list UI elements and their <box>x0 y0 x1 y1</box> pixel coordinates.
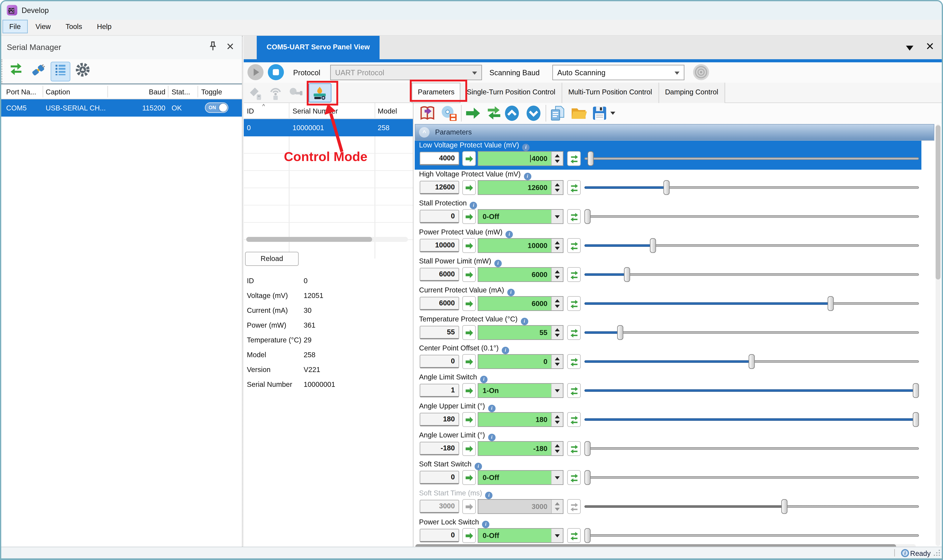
param-current-value[interactable]: 0 <box>420 355 459 368</box>
reload-button[interactable]: Reload <box>245 252 299 266</box>
param-target-spinbox[interactable]: 6000 <box>478 267 563 282</box>
spin-up-icon[interactable] <box>555 328 560 331</box>
spin-up-icon[interactable] <box>555 299 560 302</box>
connect-plug-button[interactable] <box>28 62 48 82</box>
param-target-spinbox[interactable]: 12600 <box>478 180 563 195</box>
apply-arrow-button[interactable] <box>462 470 476 485</box>
dropdown-arrow-icon[interactable] <box>551 384 563 397</box>
param-current-value[interactable]: 4000 <box>420 152 459 165</box>
spin-down-icon[interactable] <box>555 450 560 453</box>
param-current-value[interactable]: 0 <box>420 210 459 223</box>
tab-com5-uart-servo-panel-view[interactable]: COM5-UART Servo Panel View <box>257 36 380 59</box>
apply-arrow-button[interactable] <box>462 151 476 166</box>
spin-down-icon[interactable] <box>555 508 560 511</box>
save-file-icon[interactable] <box>591 105 608 122</box>
slider-track[interactable] <box>585 447 919 450</box>
sync-button[interactable] <box>567 441 581 456</box>
panel-splitter[interactable] <box>242 36 244 547</box>
apply-arrow-button[interactable] <box>462 499 476 514</box>
param-current-value[interactable]: 12600 <box>420 181 459 194</box>
tab-damping-control[interactable]: Damping Control <box>659 83 725 103</box>
param-target-spinbox[interactable]: 180 <box>478 412 563 427</box>
param-current-value[interactable]: 10000 <box>420 239 459 252</box>
col-toggle[interactable]: Toggle <box>201 88 238 95</box>
spin-up-icon[interactable] <box>555 357 560 360</box>
stop-button[interactable] <box>268 64 284 80</box>
slider-track[interactable] <box>585 331 919 334</box>
resize-grip[interactable] <box>933 550 940 557</box>
param-slider[interactable] <box>585 470 919 485</box>
settings-gear-button[interactable] <box>73 62 92 82</box>
info-icon[interactable]: i <box>485 492 493 499</box>
param-current-value[interactable]: -180 <box>420 442 459 455</box>
spin-up-icon[interactable] <box>555 241 560 244</box>
param-target-select[interactable]: 1-On <box>478 383 563 398</box>
param-current-value[interactable]: 3000 <box>420 500 459 513</box>
serial-manager-close-icon[interactable]: ✕ <box>223 40 237 54</box>
play-button[interactable] <box>248 64 263 80</box>
param-slider[interactable] <box>585 296 919 311</box>
collapse-chevron-icon[interactable]: ^ <box>419 127 429 138</box>
info-icon[interactable]: i <box>475 463 482 470</box>
parameters-vertical-scrollbar[interactable] <box>935 124 940 546</box>
param-slider[interactable] <box>585 383 919 398</box>
apply-arrow-button[interactable] <box>462 238 476 253</box>
sync-button[interactable] <box>567 209 581 224</box>
col-status[interactable]: Stat... <box>172 88 196 95</box>
spin-down-icon[interactable] <box>555 247 560 250</box>
spin-buttons[interactable] <box>551 239 563 252</box>
param-slider[interactable] <box>585 151 919 166</box>
info-icon[interactable]: i <box>488 405 495 412</box>
refresh-ports-button[interactable] <box>6 62 26 82</box>
servo-col-model[interactable]: Model <box>378 107 397 115</box>
spin-buttons[interactable] <box>551 413 563 426</box>
spin-down-icon[interactable] <box>555 421 560 424</box>
sync-button[interactable] <box>567 354 581 369</box>
info-icon[interactable]: i <box>506 231 513 238</box>
slider-thumb[interactable] <box>913 412 919 427</box>
open-folder-icon[interactable] <box>570 105 587 122</box>
param-slider[interactable] <box>585 325 919 340</box>
apply-arrow-button[interactable] <box>462 209 476 224</box>
param-current-value[interactable]: 6000 <box>420 297 459 310</box>
info-icon[interactable]: i <box>522 144 529 151</box>
info-icon[interactable]: i <box>480 376 488 383</box>
spin-buttons[interactable] <box>551 181 563 194</box>
slider-thumb[interactable] <box>588 151 594 166</box>
slider-thumb[interactable] <box>913 383 919 398</box>
spin-buttons[interactable] <box>551 442 563 455</box>
slider-thumb[interactable] <box>781 499 788 514</box>
info-icon[interactable]: i <box>470 202 477 209</box>
dropdown-arrow-icon[interactable] <box>551 471 563 484</box>
info-icon[interactable]: i <box>521 318 528 325</box>
apply-arrow-button[interactable] <box>462 296 476 311</box>
slider-track[interactable] <box>585 476 919 479</box>
apply-arrow-button[interactable] <box>462 354 476 369</box>
slider-track[interactable] <box>585 157 919 160</box>
info-icon[interactable]: i <box>482 521 489 528</box>
menu-help[interactable]: Help <box>90 20 118 33</box>
spin-buttons[interactable] <box>551 500 563 513</box>
apply-arrow-button[interactable] <box>462 441 476 456</box>
slider-track[interactable] <box>585 534 919 537</box>
param-slider[interactable] <box>585 238 919 253</box>
slider-thumb[interactable] <box>650 238 656 253</box>
spin-down-icon[interactable] <box>555 189 560 192</box>
tab-multi-turn-position-control[interactable]: Multi-Turn Position Control <box>562 83 659 103</box>
param-target-spinbox[interactable]: 55 <box>478 325 563 340</box>
slider-thumb[interactable] <box>828 296 834 311</box>
scanning-baud-select[interactable]: Auto Scanning <box>552 65 685 80</box>
param-target-spinbox[interactable]: 4000 <box>478 151 563 166</box>
dropdown-arrow-icon[interactable] <box>551 529 563 542</box>
view-close-icon[interactable]: ✕ <box>926 40 934 53</box>
spin-up-icon[interactable] <box>555 270 560 273</box>
sync-all-icon[interactable] <box>486 105 502 122</box>
serial-table-header[interactable]: Port Na... Caption Baud Stat... Toggle <box>1 83 242 99</box>
info-icon[interactable]: i <box>502 347 509 354</box>
info-icon[interactable]: i <box>488 434 495 441</box>
tab-list-dropdown-icon[interactable] <box>906 46 913 51</box>
param-target-spinbox[interactable]: 6000 <box>478 296 563 311</box>
param-target-spinbox[interactable]: 0 <box>478 354 563 369</box>
slider-thumb[interactable] <box>617 325 623 340</box>
spin-buttons[interactable] <box>551 297 563 310</box>
